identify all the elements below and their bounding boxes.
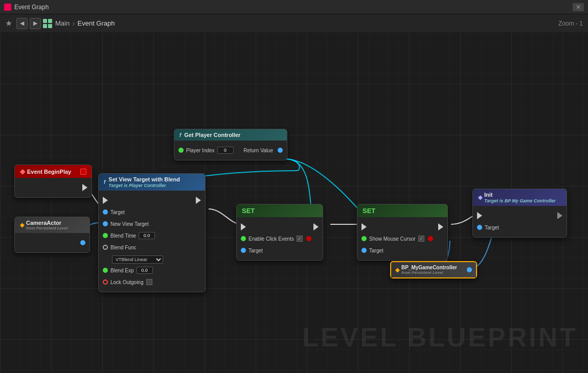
show-cursor-checkbox[interactable]: ✓	[418, 236, 424, 242]
camera-out-pin	[19, 238, 85, 248]
set2-target-pin: Target	[361, 245, 443, 255]
blend-exp-pin: Blend Exp	[103, 265, 201, 275]
show-cursor-pin: Show Mouse Cursor ✓	[361, 234, 443, 244]
lock-outgoing-pin: Lock Outgoing	[103, 277, 201, 287]
set-target-pin: Target	[241, 245, 319, 255]
bp-mygame-node[interactable]: ◆ BP_MyGameController from Persistent Le…	[390, 261, 477, 278]
titlebar: Event Graph ✕	[0, 0, 588, 14]
new-view-target-pin: New View Target	[103, 219, 201, 229]
init-exec-out	[557, 212, 562, 219]
camera-out-circle	[80, 240, 85, 245]
blend-func-select-row: VTBlend Linear	[112, 254, 201, 264]
return-value-circle	[278, 148, 283, 153]
player-index-pin: Player Index Return Value	[178, 145, 283, 155]
set-exec-out	[313, 223, 319, 230]
set2-target-circle	[361, 248, 367, 253]
bp-mygame-icon: ◆	[395, 267, 399, 273]
exec-out2	[196, 197, 201, 204]
blend-time-pin: Blend Time	[103, 230, 201, 241]
canvas: ◆ Event BeginPlay ◆ CameraActor from Per…	[0, 33, 588, 373]
camera-actor-header: ◆ CameraActor from Persistent Level	[15, 217, 89, 233]
blend-exp-input[interactable]	[137, 267, 153, 274]
back-button[interactable]: ◀	[16, 18, 28, 29]
breadcrumb-main: Main	[55, 19, 70, 27]
init-exec-row	[477, 211, 562, 221]
bp-mygame-out-circle	[467, 267, 472, 272]
init-body: Target	[473, 206, 567, 237]
set-view-target-header: f Set View Target with Blend Target is P…	[99, 174, 205, 191]
blend-time-input[interactable]	[139, 232, 155, 239]
show-cursor-badge	[428, 236, 433, 241]
init-target-pin: Target	[477, 222, 562, 232]
enable-click-badge	[306, 236, 311, 241]
watermark: LEVEL BLUEPRINT	[302, 322, 578, 353]
titlebar-title: Event Graph	[14, 4, 573, 11]
set-show-cursor-node[interactable]: SET Show Mouse Cursor ✓ Target	[357, 204, 448, 261]
enable-click-circle	[241, 236, 246, 241]
set2-exec-in	[361, 223, 367, 230]
new-view-circle	[103, 221, 108, 226]
set-exec-in	[241, 223, 246, 230]
enable-click-checkbox[interactable]: ✓	[297, 236, 303, 242]
set-click-body: Enable Click Events ✓ Target	[237, 217, 323, 260]
lock-circle	[103, 279, 108, 285]
close-button[interactable]: ✕	[573, 3, 584, 11]
f2-label: f	[104, 179, 105, 185]
set-view-target-node[interactable]: f Set View Target with Blend Target is P…	[98, 173, 206, 292]
player-index-input[interactable]	[217, 147, 234, 154]
blend-func-circle	[103, 245, 108, 250]
exec-row	[103, 195, 201, 205]
init-header: ◆ Init Target is BP My Game Controller	[473, 189, 567, 206]
init-exec-in	[477, 212, 482, 219]
camera-actor-node[interactable]: ◆ CameraActor from Persistent Level	[14, 217, 90, 253]
show-cursor-circle	[361, 236, 367, 241]
blend-time-circle	[103, 233, 108, 238]
player-index-circle	[178, 148, 184, 153]
set2-exec-row	[361, 222, 443, 232]
set-cursor-body: Show Mouse Cursor ✓ Target	[357, 217, 447, 260]
target-circle	[103, 209, 108, 215]
blend-exp-circle	[103, 268, 108, 273]
set2-exec-out	[438, 223, 443, 230]
zoom-label: Zoom - 1	[558, 20, 583, 27]
bp-mygame-header: ◆ BP_MyGameController from Persistent Le…	[391, 262, 476, 277]
event-begin-play-node[interactable]: ◆ Event BeginPlay	[14, 165, 92, 198]
set-exec-row	[241, 222, 319, 232]
breadcrumb-current: Event Graph	[78, 19, 115, 27]
set-view-target-body: Target New View Target Blend Time Blend …	[99, 191, 205, 292]
get-player-controller-body: Player Index Return Value	[174, 141, 287, 160]
event-red-badge	[80, 169, 86, 175]
init-target-circle	[477, 225, 482, 230]
f-label: f	[179, 132, 181, 138]
blend-func-pin: Blend Func	[103, 242, 201, 252]
set-click-header: SET	[237, 204, 323, 217]
lock-checkbox[interactable]	[146, 279, 152, 285]
target-pin: Target	[103, 207, 201, 217]
titlebar-icon	[4, 4, 11, 11]
init-icon: ◆	[478, 194, 482, 201]
init-node[interactable]: ◆ Init Target is BP My Game Controller T…	[472, 189, 567, 238]
get-player-controller-node[interactable]: f Get Player Controller Player Index Ret…	[174, 129, 287, 160]
event-begin-play-header: ◆ Event BeginPlay	[15, 165, 92, 178]
grid-icon	[43, 19, 52, 28]
camera-actor-body	[15, 233, 89, 252]
breadcrumb-bar: ★ ◀ ▶ Main › Event Graph Zoom - 1	[0, 14, 588, 33]
event-begin-play-body	[15, 178, 92, 197]
exec-out-arrow	[82, 184, 87, 191]
blend-func-select[interactable]: VTBlend Linear	[112, 255, 163, 264]
star-button[interactable]: ★	[5, 18, 12, 28]
set-target-circle	[241, 248, 246, 253]
get-player-controller-header: f Get Player Controller	[174, 129, 287, 141]
event-icon: ◆	[20, 168, 25, 175]
enable-click-pin: Enable Click Events ✓	[241, 234, 319, 244]
breadcrumb-sep: ›	[72, 19, 75, 28]
exec-in	[103, 197, 108, 204]
exec-out-pin	[19, 182, 87, 193]
camera-icon: ◆	[20, 222, 24, 228]
set-cursor-header: SET	[357, 204, 447, 217]
forward-button[interactable]: ▶	[30, 18, 41, 29]
set-enable-click-node[interactable]: SET Enable Click Events ✓ Target	[236, 204, 323, 261]
